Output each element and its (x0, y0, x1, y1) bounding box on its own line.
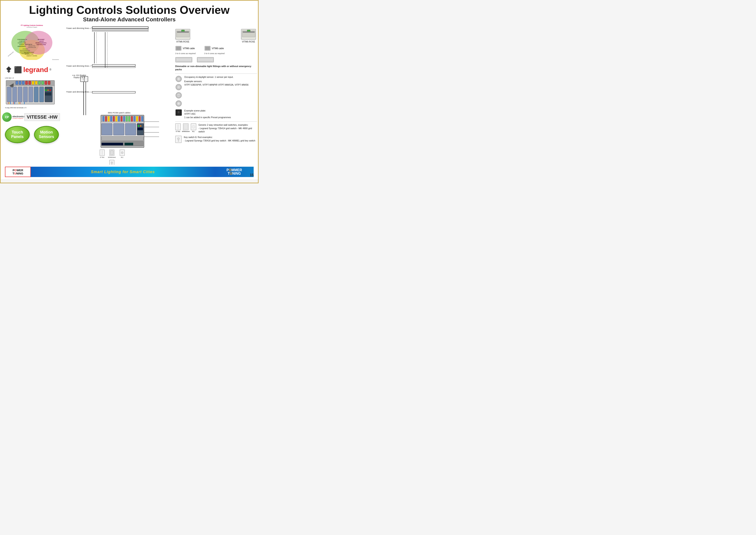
svg-rect-119 (110, 151, 113, 155)
cp-electronics-text: electronics (13, 115, 25, 118)
svg-text:CERTIFICATED: CERTIFICATED (37, 44, 46, 45)
key-switch-examples: - Legrand Synergy 735416 grid key switch… (184, 139, 256, 143)
svg-rect-76 (108, 116, 109, 122)
light-fittings-block: Dimmable or non-dimmable light fittings … (175, 56, 257, 71)
wall-switch-text: Generic 2 way retractive wall switches, … (199, 123, 257, 133)
vitm-cable-left: VITM6 cable 3 to 6 cores as required (175, 45, 196, 55)
vitm-cable-right-label: VITM6 cable (212, 47, 224, 50)
svg-rect-39 (13, 87, 17, 102)
svg-rect-130 (177, 32, 189, 33)
legrand-logo: ⧪ ⬛ legrand® (5, 65, 65, 74)
right-panel: VITM6-ROSE VITM6-ROSE (175, 25, 257, 166)
touch-panels-button[interactable]: TouchPanels (5, 126, 30, 143)
vitesse-label: VITESSE -HW (24, 113, 60, 121)
svg-point-173 (192, 125, 195, 128)
svg-rect-83 (126, 116, 127, 122)
svg-rect-85 (131, 116, 133, 122)
svg-text:Supply L, N, E: Supply L, N, E (73, 76, 85, 78)
main-content: PT Lighting Controls Solutions Functiona… (5, 25, 254, 166)
svg-rect-78 (113, 116, 115, 122)
key-switch-title: Key switch E-Test examples: (184, 136, 256, 139)
sensors-section: Occupancy & daylight sensor. 1 sensor pe… (175, 75, 257, 107)
whiteboard-icon (183, 123, 189, 130)
vitm-left-svg (176, 29, 190, 40)
svg-text:ARCHITECTURAL: ARCHITECTURAL (20, 51, 30, 53)
pt-ow: O (14, 169, 16, 172)
svg-point-175 (177, 138, 179, 140)
svg-rect-44 (40, 87, 44, 102)
vitm-cables-row: VITM6 cable 3 to 6 cores as required (175, 45, 257, 55)
svg-line-104 (90, 66, 92, 66)
svg-point-48 (50, 90, 51, 91)
sub-title: Stand-Alone Advanced Controllers (5, 16, 254, 23)
svg-point-159 (176, 76, 182, 82)
svg-rect-92 (125, 123, 136, 135)
motion-sensors-button[interactable]: MotionSensors (34, 126, 59, 143)
sensor-models: VITP7-EBDSPIR, VITP7-MINPIR VITP7-MWS3A,… (184, 83, 249, 87)
svg-point-46 (45, 90, 46, 91)
pommer-tuning-logo: POMMER TUNING (215, 167, 254, 177)
light-fittings-label: Dimmable or non-dimmable light fittings … (175, 65, 257, 71)
sensor-icon-1 (175, 75, 182, 82)
sensor-icons-col (175, 75, 182, 107)
svg-rect-77 (110, 116, 112, 122)
sensor-main-label: Occupancy & daylight sensor. 1 sensor pe… (184, 75, 249, 79)
svg-text:Whiteboard: Whiteboard (108, 156, 116, 158)
svg-text:PROACTIVE: PROACTIVE (28, 45, 35, 46)
wall-switch-title: Generic 2 way retractive wall switches, … (199, 123, 257, 127)
legrand-registered: ® (50, 68, 51, 71)
main-title: Lighting Controls Solutions Overview (5, 4, 254, 16)
scene-plate-icon (175, 109, 182, 116)
wall-switch-icons: E-Test Whiteboard (175, 123, 196, 132)
controller-modules (101, 123, 144, 135)
e-test-icon (175, 123, 181, 130)
svg-text:EFFICIENT: EFFICIENT (38, 39, 44, 40)
tuning-u-icon: U (230, 172, 232, 175)
svg-rect-67 (92, 92, 135, 93)
svg-rect-37 (48, 81, 50, 85)
svg-rect-97 (101, 136, 143, 141)
svg-point-94 (138, 125, 139, 127)
pommer-line2: TUNING (227, 172, 242, 175)
all-label: ALL (192, 131, 195, 132)
svg-point-122 (121, 152, 123, 154)
svg-text:Power and dimming lines: Power and dimming lines (67, 91, 89, 93)
all-icon (191, 123, 196, 130)
pt-u: U (14, 172, 16, 175)
svg-text:Environmental Targets: Environmental Targets (52, 59, 59, 60)
pommer-line1: POMMER (227, 168, 242, 172)
svg-rect-60 (92, 30, 148, 32)
power-tuning-logo: POWER TUNING (5, 167, 31, 177)
svg-text:SMART: SMART (39, 41, 44, 42)
wall-switches-section: E-Test Whiteboard (175, 123, 257, 133)
svg-text:AESTHETIC: AESTHETIC (25, 44, 33, 45)
functional-label: Functional Targets (5, 27, 59, 28)
e-test-label: E-Test (176, 131, 180, 132)
svg-rect-66 (92, 67, 135, 68)
bottom-left-row: CP electronics A brand of legrand VITESS… (5, 112, 65, 123)
whiteboard-block: Whiteboard (182, 123, 190, 132)
cp-text: CP (5, 115, 9, 119)
vitm-cable-left-label: VITM6 cable (183, 47, 195, 50)
svg-text:DYNAMIC: DYNAMIC (23, 48, 28, 50)
svg-rect-134 (243, 32, 255, 33)
e-test-block: E-Test (175, 123, 181, 132)
svg-rect-58 (92, 27, 148, 28)
svg-rect-38 (7, 87, 12, 102)
din-device: 4-way DIN link terminals x 5 (5, 79, 57, 109)
left-column: PT Lighting Controls Solutions Functiona… (5, 25, 65, 166)
wiring-diagram-svg: Power and dimming lines Power and dimmin… (67, 25, 174, 165)
svg-rect-40 (18, 87, 22, 102)
svg-rect-29 (22, 81, 24, 85)
wall-switch-examples: - Legrand Synergy 735414 grid switch - M… (199, 127, 257, 134)
svg-rect-32 (32, 81, 34, 85)
venn-title: PT Lighting Controls Solutions (5, 25, 59, 26)
pt-ning: NING (16, 172, 23, 175)
legrand-bracket-icon: ⬛ (14, 66, 22, 73)
svg-rect-171 (184, 125, 188, 129)
svg-rect-80 (118, 116, 120, 122)
bottom-bar: POWER TUNING Smart Lighting for Smart Ci… (5, 167, 254, 177)
svg-rect-167 (178, 113, 179, 114)
venn-svg: AESTHETIC PROACTIVE CONTROLLED CONVENIEN… (5, 29, 59, 60)
din-device-svg (5, 79, 57, 105)
